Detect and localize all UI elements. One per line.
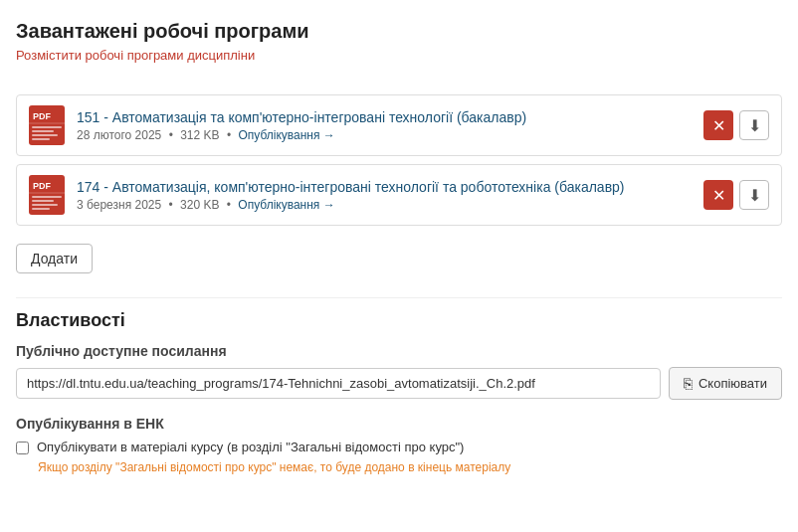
delete-button-1[interactable]: ✕: [703, 110, 733, 140]
svg-text:PDF: PDF: [33, 181, 52, 191]
publish-section-title: Опублікування в ЕНК: [16, 416, 782, 432]
hint-text: Якщо розділу "Загальні відомості про кур…: [38, 460, 782, 474]
svg-rect-13: [32, 208, 50, 210]
copy-icon: ⎘: [684, 375, 693, 392]
file-size-2: 320 KB: [180, 198, 219, 212]
file-meta-2: 3 березня 2025 • 320 KB • Опублікування …: [77, 198, 692, 212]
publish-link-1[interactable]: Опублікування →: [238, 128, 334, 142]
file-item-2: PDF 174 - Автоматизація, комп'ютерно-інт…: [16, 164, 782, 226]
svg-rect-6: [32, 138, 50, 140]
copy-button[interactable]: ⎘ Скопіювати: [669, 367, 782, 400]
file-date-1: 28 лютого 2025: [77, 128, 161, 142]
download-button-1[interactable]: ⬇: [739, 110, 769, 140]
svg-rect-10: [32, 196, 62, 198]
file-item-1: PDF 151 - Автоматизація та комп'ютерно-і…: [16, 94, 782, 156]
file-list: PDF 151 - Автоматизація та комп'ютерно-і…: [16, 94, 782, 226]
add-button[interactable]: Додати: [16, 244, 93, 273]
svg-rect-12: [32, 204, 58, 206]
section-divider: [16, 297, 782, 298]
download-button-2[interactable]: ⬇: [739, 180, 769, 210]
pdf-icon-1: PDF: [29, 105, 65, 145]
download-icon-1: ⬇: [748, 116, 761, 135]
file-name-2[interactable]: 174 - Автоматизація, комп'ютерно-інтегро…: [77, 179, 625, 195]
dot-sep-4: •: [227, 198, 231, 212]
dot-sep-2: •: [227, 128, 231, 142]
file-actions-2: ✕ ⬇: [703, 180, 769, 210]
delete-button-2[interactable]: ✕: [703, 180, 733, 210]
download-icon-2: ⬇: [748, 186, 761, 205]
svg-rect-3: [32, 126, 62, 128]
svg-rect-4: [32, 130, 54, 132]
file-info-1: 151 - Автоматизація та комп'ютерно-інтег…: [77, 109, 692, 142]
url-row: https://dl.tntu.edu.ua/teaching_programs…: [16, 367, 782, 400]
file-size-1: 312 KB: [180, 128, 219, 142]
svg-rect-11: [32, 200, 54, 202]
file-date-2: 3 березня 2025: [77, 198, 161, 212]
properties-title: Властивості: [16, 310, 782, 331]
publish-checkbox-label[interactable]: Опублікувати в матеріалі курсу (в розділ…: [37, 440, 464, 454]
url-section-title: Публічно доступне посилання: [16, 343, 782, 359]
publish-link-2[interactable]: Опублікування →: [238, 198, 334, 212]
url-box: https://dl.tntu.edu.ua/teaching_programs…: [16, 368, 661, 399]
file-name-1[interactable]: 151 - Автоматизація та комп'ютерно-інтег…: [77, 109, 526, 125]
checkbox-row: Опублікувати в матеріалі курсу (в розділ…: [16, 440, 782, 454]
copy-label: Скопіювати: [698, 376, 767, 391]
file-meta-1: 28 лютого 2025 • 312 KB • Опублікування …: [77, 128, 692, 142]
file-actions-1: ✕ ⬇: [703, 110, 769, 140]
dot-sep-1: •: [169, 128, 173, 142]
pdf-icon-2: PDF: [29, 175, 65, 215]
publish-checkbox[interactable]: [16, 442, 29, 454]
page-title: Завантажені робочі програми: [16, 20, 782, 43]
file-info-2: 174 - Автоматизація, комп'ютерно-інтегро…: [77, 179, 692, 212]
subtitle-link[interactable]: Розмістити робочі програми дисципліни: [16, 48, 255, 63]
dot-sep-3: •: [169, 198, 173, 212]
svg-rect-5: [32, 134, 58, 136]
svg-text:PDF: PDF: [33, 111, 52, 121]
